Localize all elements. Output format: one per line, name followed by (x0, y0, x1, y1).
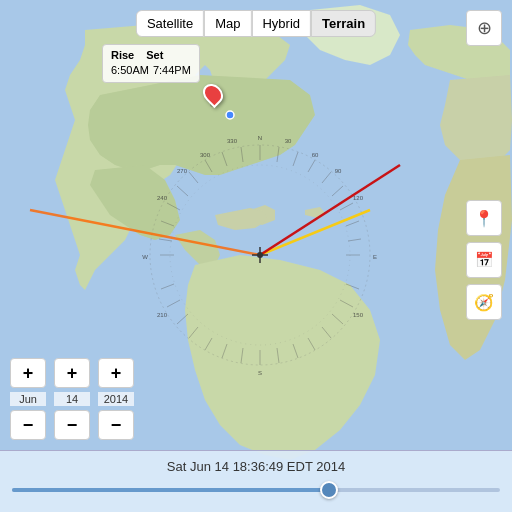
pin-drop-icon: 📍 (474, 209, 494, 228)
time-bar: Sat Jun 14 18:36:49 EDT 2014 (0, 450, 512, 512)
svg-text:30: 30 (285, 138, 292, 144)
rise-label: Rise (111, 48, 134, 63)
set-time: 7:44PM (153, 63, 191, 78)
month-decrement[interactable]: − (10, 410, 46, 440)
svg-text:S: S (258, 370, 262, 376)
year-decrement[interactable]: − (98, 410, 134, 440)
time-slider-fill (12, 488, 329, 492)
time-slider-container (12, 480, 500, 500)
calendar-button[interactable]: 📅 (466, 242, 502, 278)
terrain-button[interactable]: Terrain (311, 10, 376, 37)
svg-text:330: 330 (227, 138, 238, 144)
rise-set-info: Rise Set 6:50AM 7:44PM (102, 44, 200, 83)
svg-text:210: 210 (157, 312, 168, 318)
svg-text:W: W (142, 254, 148, 260)
time-slider-thumb[interactable] (320, 481, 338, 499)
day-decrement[interactable]: − (54, 410, 90, 440)
rise-time: 6:50AM (111, 63, 149, 78)
compass-icon: 🧭 (474, 293, 494, 312)
svg-point-58 (226, 111, 234, 119)
svg-text:60: 60 (312, 152, 319, 158)
calendar-icon: 📅 (475, 251, 494, 269)
svg-text:N: N (258, 135, 262, 141)
right-action-buttons: 📍 📅 🧭 (466, 200, 502, 320)
svg-text:270: 270 (177, 168, 188, 174)
month-increment[interactable]: + (10, 358, 46, 388)
hybrid-button[interactable]: Hybrid (251, 10, 311, 37)
location-target-icon: ⊕ (477, 17, 492, 39)
svg-point-56 (257, 252, 263, 258)
svg-text:240: 240 (157, 195, 168, 201)
map-button[interactable]: Map (204, 10, 251, 37)
time-slider-track (12, 488, 500, 492)
month-label: Jun (10, 392, 46, 406)
set-label: Set (146, 48, 163, 63)
year-label: 2014 (98, 392, 134, 406)
my-location-button[interactable]: ⊕ (466, 10, 502, 46)
day-label: 14 (54, 392, 90, 406)
pin-button[interactable]: 📍 (466, 200, 502, 236)
date-controls: + + + Jun 14 2014 − − − (10, 358, 134, 440)
svg-text:90: 90 (335, 168, 342, 174)
year-increment[interactable]: + (98, 358, 134, 388)
compass-button[interactable]: 🧭 (466, 284, 502, 320)
svg-text:150: 150 (353, 312, 364, 318)
map-type-toolbar: Satellite Map Hybrid Terrain (136, 10, 376, 37)
location-pin-red (204, 83, 222, 107)
time-display: Sat Jun 14 18:36:49 EDT 2014 (167, 459, 345, 474)
svg-text:120: 120 (353, 195, 364, 201)
svg-text:300: 300 (200, 152, 211, 158)
satellite-button[interactable]: Satellite (136, 10, 204, 37)
day-increment[interactable]: + (54, 358, 90, 388)
svg-text:E: E (373, 254, 377, 260)
